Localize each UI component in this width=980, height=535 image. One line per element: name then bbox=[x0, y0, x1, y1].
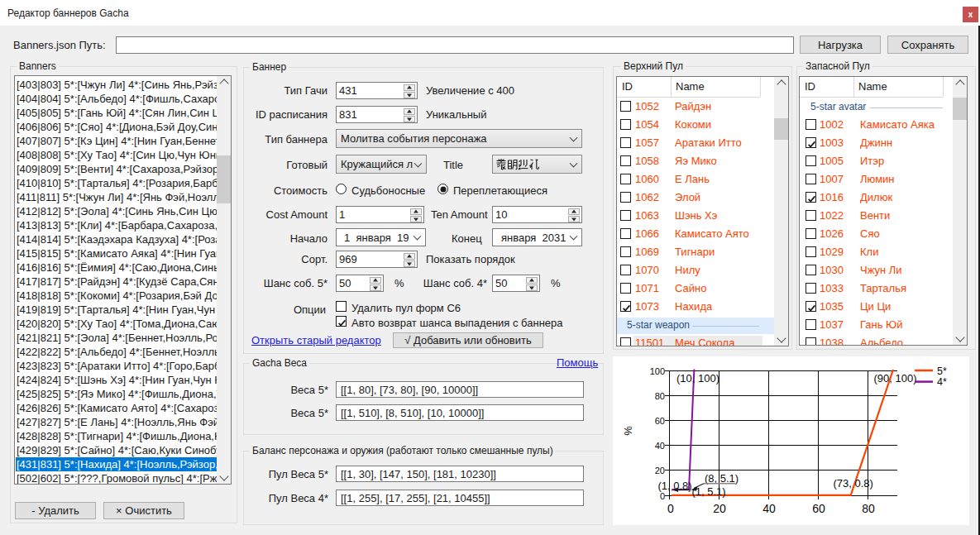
svg-text:(10, 100): (10, 100) bbox=[676, 372, 719, 385]
svg-text:5*: 5* bbox=[937, 365, 947, 377]
svg-text:(90, 100): (90, 100) bbox=[874, 372, 917, 385]
svg-text:4*: 4* bbox=[937, 376, 947, 388]
svg-text:20: 20 bbox=[655, 466, 665, 475]
svg-text:40: 40 bbox=[655, 441, 665, 451]
svg-text:0: 0 bbox=[660, 491, 665, 501]
svg-text:(73, 0.8): (73, 0.8) bbox=[834, 477, 873, 490]
svg-text:60: 60 bbox=[655, 416, 665, 426]
svg-text:80: 80 bbox=[862, 502, 875, 515]
svg-text:20: 20 bbox=[713, 502, 726, 515]
svg-text:60: 60 bbox=[812, 502, 825, 515]
svg-text:40: 40 bbox=[762, 502, 776, 515]
svg-text:(8, 5.1): (8, 5.1) bbox=[705, 472, 739, 485]
svg-text:80: 80 bbox=[655, 391, 665, 401]
svg-text:0: 0 bbox=[667, 502, 674, 515]
svg-text:100: 100 bbox=[650, 366, 665, 376]
svg-text:%: % bbox=[622, 426, 634, 436]
